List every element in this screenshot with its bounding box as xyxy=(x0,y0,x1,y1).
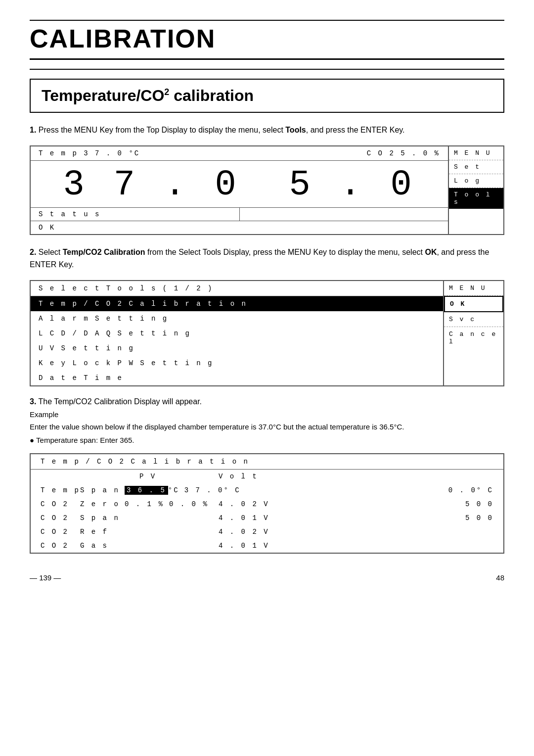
row2-field: C O 2 xyxy=(41,514,80,522)
row1-val4: 5 0 0 xyxy=(465,500,493,508)
display1-menu: M E N U S e t L o g T o o l s xyxy=(449,146,503,234)
display2: S e l e c t T o o l s ( 1 / 2 ) T e m p … xyxy=(30,280,504,386)
row0-val3-empty: 0 . 0° C xyxy=(448,486,493,494)
display1-main: T e m p 3 7 . 0 °C C O 2 5 . 0 % 3 7 . 0… xyxy=(31,146,449,234)
cal-row-temp-span: T e m p S p a n 3 6 . 5°C 3 7 . 0° C 0 .… xyxy=(31,483,503,497)
tools-menu-ok: O K xyxy=(444,296,503,312)
display1-header: T e m p 3 7 . 0 °C C O 2 5 . 0 % xyxy=(31,146,448,161)
footer-page-num: 48 xyxy=(496,573,504,582)
row1-subfield: Z e r o xyxy=(80,500,125,508)
example-label: Example xyxy=(30,410,504,419)
tools-menu-menu: M E N U xyxy=(444,281,503,296)
row3-subfield: R e f xyxy=(80,528,125,536)
display3: T e m p / C O 2 C a l i b r a t i o n P … xyxy=(30,453,504,554)
menu-item-log: L o g xyxy=(449,174,503,188)
col-volt: V o l t xyxy=(219,472,258,480)
row2-val3: 4 . 0 1 V xyxy=(219,514,269,522)
cal-row-co2-span: C O 2 S p a n 4 . 0 1 V 5 0 0 xyxy=(31,511,503,525)
display1-co2-value: 5 . 0 xyxy=(289,165,416,205)
row1-val1: 0 . 1 % xyxy=(125,500,164,508)
cal-row-co2-gas: C O 2 G a s 4 . 0 1 V xyxy=(31,539,503,553)
menu-item-set: S e t xyxy=(449,160,503,174)
display1-ok: O K xyxy=(31,221,448,234)
cal-col-headers: P V V o l t xyxy=(31,470,503,483)
cal-row-co2-ref: C O 2 R e f 4 . 0 2 V xyxy=(31,525,503,539)
row1-field: C O 2 xyxy=(41,500,80,508)
display2-menu: M E N U O K S v c C a n c e l xyxy=(444,281,503,385)
row2-val4: 5 0 0 xyxy=(465,514,493,522)
page-footer: — 139 — 48 xyxy=(30,573,504,582)
display1: T e m p 3 7 . 0 °C C O 2 5 . 0 % 3 7 . 0… xyxy=(30,145,504,235)
row3-field: C O 2 xyxy=(41,528,80,536)
tools-menu-svc: S v c xyxy=(444,312,503,327)
cal-row-co2-zero: C O 2 Z e r o 0 . 1 % 0 . 0 % 4 . 0 2 V … xyxy=(31,497,503,511)
tools-item-5: D a t e T i m e xyxy=(31,371,443,385)
tools-menu-cancel: C a n c e l xyxy=(444,327,503,349)
footer-page-ref: — 139 — xyxy=(30,573,61,582)
step1-instruction: 1. Press the MENU Key from the Top Displ… xyxy=(30,124,504,137)
display1-status-label: S t a t u s xyxy=(31,208,240,221)
display2-main: S e l e c t T o o l s ( 1 / 2 ) T e m p … xyxy=(31,281,444,385)
col-pv: P V xyxy=(139,472,189,480)
section-title: Temperature/CO2 calibration xyxy=(42,87,254,104)
row0-subfield: S p a n xyxy=(80,486,125,494)
display1-co2-header: C O 2 5 . 0 % xyxy=(367,149,440,157)
section-title-box: Temperature/CO2 calibration xyxy=(30,79,504,113)
row2-subfield: S p a n xyxy=(80,514,125,522)
row0-val2: 3 7 . 0° C xyxy=(184,486,241,494)
page-title: CALIBRATION xyxy=(30,24,504,60)
bullet-item: Temperature span: Enter 365. xyxy=(30,436,504,444)
row4-val3: 4 . 0 1 V xyxy=(219,542,269,550)
row1-val3: 4 . 0 2 V xyxy=(219,500,269,508)
tools-item-3: U V S e t t i n g xyxy=(31,341,443,356)
tools-item-0: T e m p / C O 2 C a l i b r a t i o n xyxy=(31,296,443,311)
tools-item-4: K e y L o c k P W S e t t i n g xyxy=(31,356,443,371)
display1-status-row: S t a t u s xyxy=(31,207,448,221)
step3-instruction: 3. The Temp/CO2 Calibration Display will… xyxy=(30,397,504,406)
display2-header: S e l e c t T o o l s ( 1 / 2 ) xyxy=(31,281,443,296)
row0-val1-highlighted: 3 6 . 5°C xyxy=(125,486,179,494)
tools-item-1: A l a r m S e t t i n g xyxy=(31,311,443,326)
display1-values: 3 7 . 0 5 . 0 xyxy=(31,161,448,207)
menu-item-tools: T o o l s xyxy=(449,188,503,209)
row4-subfield: G a s xyxy=(80,542,125,550)
display1-temp-value: 3 7 . 0 xyxy=(63,165,240,205)
display1-temp-header: T e m p 3 7 . 0 °C xyxy=(39,149,140,157)
step2-instruction: 2. Select Temp/CO2 Calibration from the … xyxy=(30,246,504,271)
row1-val2: 0 . 0 % xyxy=(169,500,209,508)
menu-item-menu: M E N U xyxy=(449,146,503,160)
tools-item-2: L C D / D A Q S e t t i n g xyxy=(31,326,443,341)
example-body: Enter the value shown below if the displ… xyxy=(30,421,504,433)
row3-val3: 4 . 0 2 V xyxy=(219,528,269,536)
cal-header: T e m p / C O 2 C a l i b r a t i o n xyxy=(31,454,503,470)
display1-status-empty xyxy=(240,208,448,221)
row0-field: T e m p xyxy=(41,486,80,494)
row4-field: C O 2 xyxy=(41,542,80,550)
